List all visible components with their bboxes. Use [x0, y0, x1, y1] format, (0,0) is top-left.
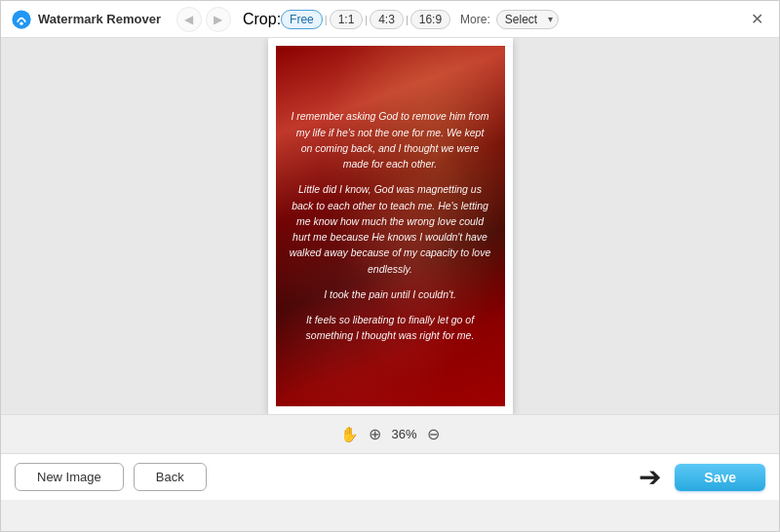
crop-label: Crop:: [243, 11, 281, 28]
crop-sep-1: |: [325, 14, 328, 25]
crop-sep-2: |: [365, 14, 368, 25]
app-logo: [11, 9, 32, 30]
save-button[interactable]: Save: [675, 464, 765, 491]
more-select-wrapper[interactable]: Select: [496, 10, 559, 29]
new-image-button[interactable]: New Image: [15, 463, 124, 491]
toolbar-nav: ◀ ▶: [176, 7, 231, 32]
svg-point-1: [20, 21, 22, 24]
bottom-bar: New Image Back ➔ Save: [1, 453, 779, 500]
image-paragraph-2: Little did I know, God was magnetting us…: [290, 181, 491, 277]
zoom-percent: 36%: [391, 427, 416, 441]
image-paragraph-4: It feels so liberating to finally let go…: [290, 312, 491, 344]
svg-point-0: [12, 10, 30, 28]
app-title: Watermark Remover: [38, 12, 161, 26]
crop-16-9-button[interactable]: 16:9: [410, 10, 450, 29]
close-button[interactable]: ✕: [745, 8, 769, 30]
arrow-container: ➔ Save: [639, 461, 765, 493]
crop-sep-3: |: [406, 14, 409, 25]
nav-back-button[interactable]: ◀: [176, 7, 202, 32]
arrow-right-icon: ➔: [639, 461, 661, 493]
canvas-area: I remember asking God to remove him from…: [1, 38, 779, 414]
crop-free-button[interactable]: Free: [281, 10, 323, 29]
crop-4-3-button[interactable]: 4:3: [370, 10, 404, 29]
back-button[interactable]: Back: [134, 463, 207, 491]
hand-tool-icon[interactable]: ✋: [340, 426, 359, 443]
image-inner: I remember asking God to remove him from…: [276, 46, 505, 406]
titlebar: Watermark Remover ◀ ▶ Crop: Free | 1:1 |…: [1, 1, 779, 38]
crop-1-1-button[interactable]: 1:1: [330, 10, 364, 29]
zoom-out-icon[interactable]: ⊖: [427, 425, 440, 443]
more-label: More:: [460, 13, 490, 26]
nav-forward-button[interactable]: ▶: [206, 7, 231, 32]
zoom-in-icon[interactable]: ⊕: [369, 425, 381, 443]
image-frame: I remember asking God to remove him from…: [268, 38, 513, 414]
zoom-bar: ✋ ⊕ 36% ⊖: [1, 414, 779, 453]
more-select[interactable]: Select: [496, 10, 559, 29]
image-paragraph-3: I took the pain until I couldn't.: [290, 286, 491, 302]
image-text: I remember asking God to remove him from…: [276, 108, 505, 343]
image-paragraph-1: I remember asking God to remove him from…: [290, 108, 491, 171]
